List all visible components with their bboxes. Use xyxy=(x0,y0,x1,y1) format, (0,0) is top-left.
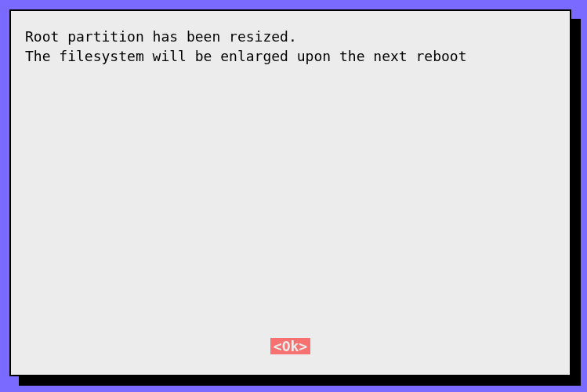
message-line-2: The filesystem will be enlarged upon the… xyxy=(25,48,467,64)
button-row: <Ok> xyxy=(25,338,556,361)
dialog-message: Root partition has been resized. The fil… xyxy=(25,27,556,66)
dialog-box: Root partition has been resized. The fil… xyxy=(9,9,571,376)
ok-button[interactable]: <Ok> xyxy=(270,338,310,354)
message-line-1: Root partition has been resized. xyxy=(25,28,297,45)
dialog-container: Root partition has been resized. The fil… xyxy=(9,9,578,383)
spacer xyxy=(25,66,556,338)
